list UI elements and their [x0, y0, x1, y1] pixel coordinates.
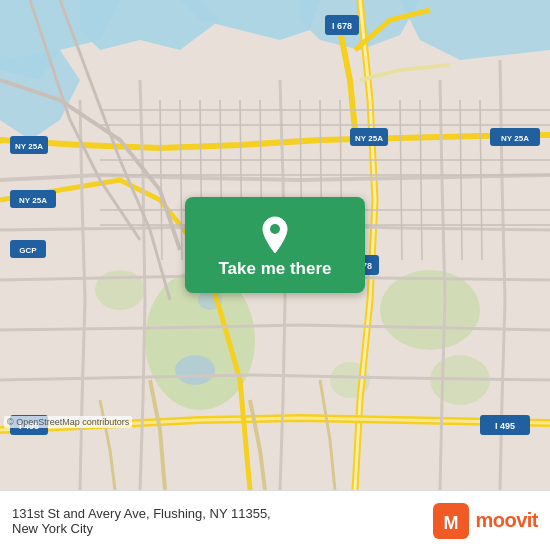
take-me-there-button[interactable]: Take me there	[185, 197, 365, 293]
svg-text:I 678: I 678	[332, 21, 352, 31]
svg-point-47	[270, 224, 280, 234]
svg-point-6	[175, 355, 215, 385]
moovit-logo-icon: M	[433, 503, 469, 539]
svg-text:I 495: I 495	[495, 421, 515, 431]
location-pin-icon	[259, 215, 291, 253]
svg-text:M: M	[444, 513, 459, 533]
button-overlay: Take me there	[185, 197, 365, 293]
address-line1: 131st St and Avery Ave, Flushing, NY 113…	[12, 506, 271, 521]
address-section: 131st St and Avery Ave, Flushing, NY 113…	[12, 506, 271, 536]
take-me-there-label: Take me there	[218, 259, 331, 279]
svg-text:GCP: GCP	[19, 246, 37, 255]
address-line2: New York City	[12, 521, 271, 536]
bottom-bar: 131st St and Avery Ave, Flushing, NY 113…	[0, 490, 550, 550]
svg-point-2	[380, 270, 480, 350]
svg-text:NY 25A: NY 25A	[355, 134, 383, 143]
moovit-logo: M moovit	[433, 503, 538, 539]
svg-text:NY 25A: NY 25A	[501, 134, 529, 143]
osm-attribution: © OpenStreetMap contributors	[4, 416, 132, 428]
moovit-brand-text: moovit	[475, 509, 538, 532]
svg-text:NY 25A: NY 25A	[19, 196, 47, 205]
map-container: I 678 NY 25A NY 25A NY 25A GCP GCP I 678…	[0, 0, 550, 490]
svg-text:NY 25A: NY 25A	[15, 142, 43, 151]
